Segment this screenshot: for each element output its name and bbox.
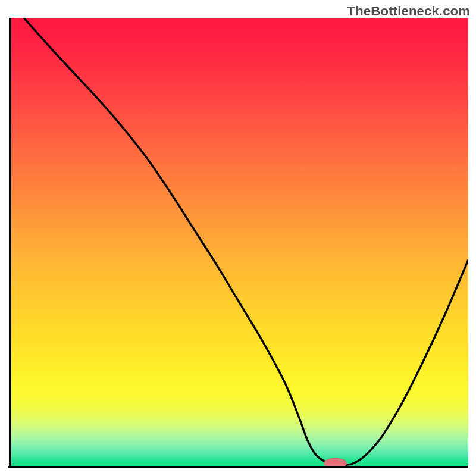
- chart-background: [10, 18, 468, 466]
- plot-area: [8, 18, 468, 468]
- chart-svg: [8, 18, 468, 468]
- chart-container: TheBottleneck.com: [0, 0, 476, 476]
- watermark-text: TheBottleneck.com: [347, 4, 470, 19]
